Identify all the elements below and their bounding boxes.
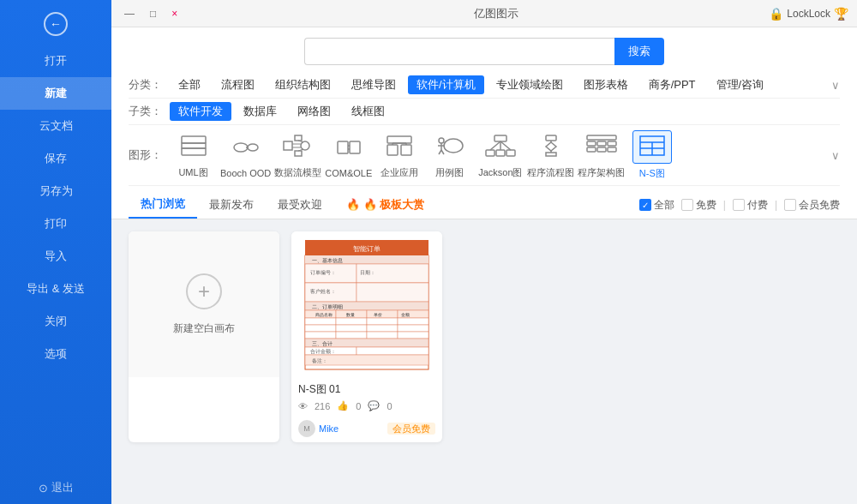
shape-ns[interactable]: N-S图 (628, 130, 675, 180)
cat-business[interactable]: 商务/PPT (640, 75, 704, 94)
svg-text:数量: 数量 (346, 312, 355, 317)
shape-progarch[interactable]: 程序架构图 (578, 131, 625, 179)
svg-rect-87 (367, 332, 398, 339)
view-count: 216 (315, 401, 330, 411)
svg-point-3 (234, 143, 248, 152)
subcategory-label: 子类： (129, 104, 163, 119)
svg-rect-33 (506, 150, 515, 156)
svg-line-34 (490, 141, 500, 150)
subcategory-items: 软件开发 数据库 网络图 线框图 (170, 102, 840, 121)
search-box: 搜索 (304, 38, 664, 65)
search-input[interactable] (304, 38, 614, 65)
shapes-row-container: 图形： UML图 (129, 125, 840, 186)
user-badge: 🔒 LockLock 🏆 (769, 7, 848, 21)
category-expand-icon[interactable]: ∨ (831, 79, 840, 92)
content-area: + 新建空白画布 智能订单 (111, 219, 857, 504)
svg-line-28 (439, 150, 441, 154)
add-icon: + (186, 273, 222, 309)
subcat-wireframe[interactable]: 线框图 (343, 102, 393, 121)
progflow-icon (537, 135, 565, 157)
svg-rect-88 (398, 332, 428, 339)
svg-rect-86 (336, 332, 367, 339)
filter-free[interactable]: 免费 (681, 198, 716, 213)
filter-paid[interactable]: 付费 (733, 198, 768, 213)
cat-software[interactable]: 软件/计算机 (408, 75, 484, 94)
cat-flowchart[interactable]: 流程图 (213, 75, 263, 94)
author-avatar: M (298, 420, 315, 437)
card-author: M Mike 会员免费 (291, 417, 442, 442)
filter-all[interactable]: ✓ 全部 (639, 198, 674, 213)
category-items: 全部 流程图 组织结构图 思维导图 软件/计算机 专业领域绘图 图形表格 商务/… (170, 75, 831, 94)
shape-com[interactable]: COM&OLE (325, 133, 372, 178)
search-area: 搜索 (111, 27, 857, 72)
new-canvas-card[interactable]: + 新建空白画布 (129, 231, 279, 442)
sidebar-item-export[interactable]: 导出 & 发送 (0, 273, 111, 305)
subcat-network[interactable]: 网络图 (289, 102, 339, 121)
svg-point-24 (444, 139, 463, 153)
svg-rect-8 (295, 135, 302, 141)
svg-rect-85 (305, 332, 336, 339)
win-maximize[interactable]: □ (146, 6, 160, 21)
svg-marker-38 (546, 142, 556, 151)
cat-mindmap[interactable]: 思维导图 (343, 75, 405, 94)
sidebar-item-cloud[interactable]: 云文档 (0, 110, 111, 142)
cat-professional[interactable]: 专业领域绘图 (488, 75, 572, 94)
author-name[interactable]: Mike (319, 423, 339, 434)
sidebar-item-save[interactable]: 保存 (0, 142, 111, 175)
uml-icon (180, 135, 207, 157)
sidebar-item-saveas[interactable]: 另存为 (0, 175, 111, 207)
category-label: 分类： (129, 77, 163, 93)
shape-enterprise[interactable]: 企业应用 (375, 131, 423, 179)
like-icon: 👍 (337, 400, 349, 411)
svg-rect-43 (587, 141, 596, 146)
svg-rect-92 (357, 347, 428, 355)
svg-rect-77 (305, 318, 336, 325)
svg-rect-30 (494, 135, 506, 141)
subcategory-row: 子类： 软件开发 数据库 网络图 线框图 (129, 99, 840, 125)
cat-management[interactable]: 管理/咨询 (708, 75, 773, 94)
win-minimize[interactable]: — (120, 6, 139, 21)
shapes-expand-icon[interactable]: ∨ (831, 149, 840, 162)
category-row: 分类： 全部 流程图 组织结构图 思维导图 软件/计算机 专业领域绘图 图形表格… (129, 72, 840, 99)
svg-rect-0 (182, 136, 206, 143)
win-close[interactable]: × (167, 6, 182, 21)
tab-favorite[interactable]: 最受欢迎 (266, 192, 334, 218)
shape-usecase[interactable]: 用例图 (426, 131, 473, 179)
filter-member[interactable]: 会员免费 (784, 198, 840, 213)
svg-rect-20 (401, 145, 411, 155)
checkbox-member (784, 199, 796, 211)
cat-table[interactable]: 图形表格 (575, 75, 637, 94)
cat-all[interactable]: 全部 (170, 75, 209, 94)
sidebar-item-options[interactable]: 选项 (0, 338, 111, 370)
back-button[interactable]: ← (44, 12, 68, 36)
cat-org[interactable]: 组织结构图 (267, 75, 339, 94)
svg-line-29 (441, 150, 444, 154)
sidebar-logo: ← (0, 0, 111, 45)
svg-rect-6 (284, 141, 292, 150)
sidebar-item-print[interactable]: 打印 (0, 207, 111, 240)
search-button[interactable]: 搜索 (614, 38, 664, 65)
tab-latest[interactable]: 最新发布 (197, 192, 266, 218)
subcat-software-dev[interactable]: 软件开发 (170, 102, 231, 121)
shape-jackson[interactable]: Jackson图 (476, 131, 524, 179)
sidebar-item-exit[interactable]: ⊙退出 (0, 471, 111, 504)
shape-uml[interactable]: UML图 (170, 131, 217, 179)
badge-label: 会员免费 (387, 423, 435, 435)
template-card-ns01[interactable]: 智能订单 一、基本信息 订单编号： 日期： (291, 231, 442, 442)
sidebar-item-open[interactable]: 打开 (0, 45, 111, 77)
shape-progflow[interactable]: 程序流程图 (527, 131, 574, 179)
subcat-database[interactable]: 数据库 (235, 102, 285, 121)
tab-featured[interactable]: 🔥 🔥 极板大赏 (334, 192, 436, 218)
shape-booch[interactable]: Booch OOD (220, 133, 271, 178)
title-bar: — □ × 亿图图示 🔒 LockLock 🏆 (111, 0, 857, 27)
comment-icon: 💬 (368, 400, 380, 411)
svg-rect-31 (486, 150, 494, 156)
svg-rect-83 (367, 325, 398, 332)
svg-text:智能订单: 智能订单 (353, 245, 381, 253)
tab-popular[interactable]: 热门浏览 (129, 191, 197, 219)
sidebar-item-import[interactable]: 导入 (0, 240, 111, 273)
sidebar-item-close[interactable]: 关闭 (0, 305, 111, 338)
svg-rect-65 (357, 283, 428, 302)
shape-dfd[interactable]: 数据流模型 (274, 131, 321, 179)
sidebar-item-new[interactable]: 新建 (0, 77, 111, 110)
